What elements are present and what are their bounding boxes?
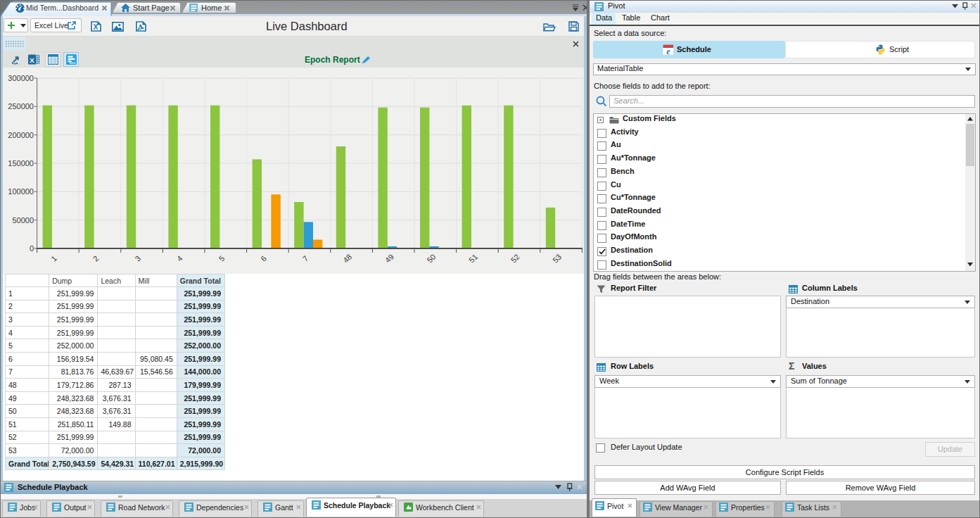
svg-text:250000: 250000: [8, 102, 34, 110]
svg-text:150000: 150000: [8, 159, 34, 168]
svg-text:50000: 50000: [12, 216, 34, 225]
svg-text:e: e: [666, 46, 670, 56]
svg-text:200000: 200000: [8, 131, 34, 139]
svg-text:300000: 300000: [8, 74, 34, 82]
svg-text:X: X: [30, 56, 34, 64]
svg-text:100000: 100000: [8, 187, 34, 196]
svg-text:0: 0: [30, 244, 34, 253]
svg-text:X: X: [93, 23, 98, 31]
